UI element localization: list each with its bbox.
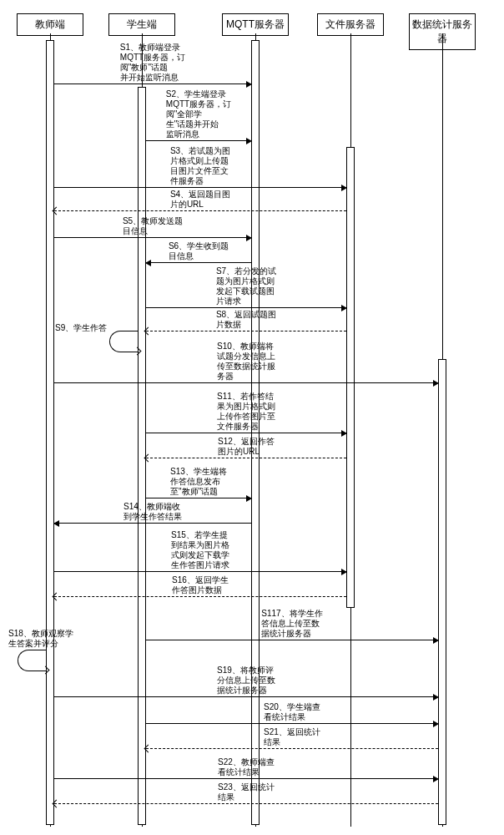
msg-s8-label: S8、返回试题图片数据 — [216, 310, 276, 330]
msg-s21-label: S21、返回统计结果 — [264, 727, 320, 747]
msg-s10-label: S10、教师端将试题分发信息上传至数据统计服务器 — [217, 342, 275, 382]
msg-s15: S15、若学生提到结果为图片格式则发起下载学生作答图片请求 — [54, 571, 346, 572]
msg-s10: S10、教师端将试题分发信息上传至数据统计服务器 — [54, 382, 438, 383]
msg-s23: S23、返回统计结果 — [54, 803, 438, 804]
msg-s8: S8、返回试题图片数据 — [146, 331, 346, 331]
msg-s4-label: S4、返回题目图片的URL — [170, 190, 230, 210]
msg-s117: S117、将学生作答信息上传至数据统计服务器 — [146, 640, 438, 640]
msg-s16: S16、返回学生作答图片数据 — [54, 596, 346, 597]
participant-file: 文件服务器 — [317, 13, 384, 36]
msg-s6-label: S6、学生收到题目信息 — [169, 241, 229, 261]
msg-s2: S2、学生端登录MQTT服务器，订阅"全部学生"话题并开始监听消息 — [146, 140, 251, 141]
msg-s14: S14、教师端收到学生作答结果 — [54, 523, 251, 524]
msg-s16-label: S16、返回学生作答图片数据 — [172, 575, 229, 595]
msg-s12-label: S12、返回作答图片的URL — [218, 437, 275, 457]
msg-s18-label: S18、教师观察学生答案并评分 — [8, 629, 73, 649]
msg-s6: S6、学生收到题目信息 — [146, 262, 251, 263]
msg-s5: S5、教师发送题目信息 — [54, 237, 251, 238]
msg-s21: S21、返回统计结果 — [146, 748, 438, 749]
msg-s4: S4、返回题目图片的URL — [54, 210, 346, 211]
msg-s5-label: S5、教师发送题目信息 — [123, 216, 183, 236]
msg-s1-label: S1、教师端登录MQTT服务器，订阅"教师"话题并开始监听消息 — [120, 43, 185, 83]
msg-s22: S22、教师端查看统计结果 — [54, 778, 438, 779]
msg-s20: S20、学生端查看统计结果 — [146, 723, 438, 724]
participant-teacher: 教师端 — [17, 13, 83, 36]
msg-s19-label: S19、将教师评分信息上传至数据统计服务器 — [217, 665, 275, 696]
msg-s23-label: S23、返回统计结果 — [218, 782, 275, 802]
msg-s117-label: S117、将学生作答信息上传至数据统计服务器 — [261, 609, 322, 639]
msg-s7-label: S7、若分发的试题为图片格式则发起下载试题图片请求 — [216, 266, 276, 306]
activation-file — [346, 147, 355, 608]
msg-s7: S7、若分发的试题为图片格式则发起下载试题图片请求 — [146, 307, 346, 308]
activation-stats — [438, 359, 446, 825]
participant-mqtt: MQTT服务器 — [222, 13, 289, 36]
msg-s20-label: S20、学生端查看统计结果 — [264, 702, 320, 722]
msg-s14-label: S14、教师端收到学生作答结果 — [123, 502, 182, 522]
msg-s19: S19、将教师评分信息上传至数据统计服务器 — [54, 696, 438, 697]
msg-s3-label: S3、若试题为图片格式则上传题目图片文件至文件服务器 — [170, 146, 230, 186]
msg-s13-label: S13、学生端将作答信息发布至"教师"话题 — [170, 467, 227, 497]
participant-student: 学生端 — [108, 13, 175, 36]
msg-s13: S13、学生端将作答信息发布至"教师"话题 — [146, 498, 251, 498]
msg-s2-label: S2、学生端登录MQTT服务器，订阅"全部学生"话题并开始监听消息 — [166, 89, 231, 139]
msg-s3: S3、若试题为图片格式则上传题目图片文件至文件服务器 — [54, 187, 346, 188]
msg-s11: S11、若作答结果为图片格式则上传作答图片至文件服务器 — [146, 433, 346, 433]
msg-s15-label: S15、若学生提到结果为图片格式则发起下载学生作答图片请求 — [171, 530, 229, 570]
sequence-diagram: 教师端 学生端 MQTT服务器 文件服务器 数据统计服务器 S1、教师端登录MQ… — [0, 0, 504, 835]
msg-s22-label: S22、教师端查看统计结果 — [218, 757, 275, 777]
msg-s9-label: S9、学生作答 — [55, 323, 107, 333]
msg-s12: S12、返回作答图片的URL — [146, 458, 346, 458]
msg-s9: S9、学生作答 — [109, 331, 139, 352]
msg-s18: S18、教师观察学生答案并评分 — [18, 650, 47, 671]
msg-s1: S1、教师端登录MQTT服务器，订阅"教师"话题并开始监听消息 — [54, 84, 251, 84]
msg-s11-label: S11、若作答结果为图片格式则上传作答图片至文件服务器 — [217, 392, 275, 432]
activation-teacher — [46, 40, 54, 825]
